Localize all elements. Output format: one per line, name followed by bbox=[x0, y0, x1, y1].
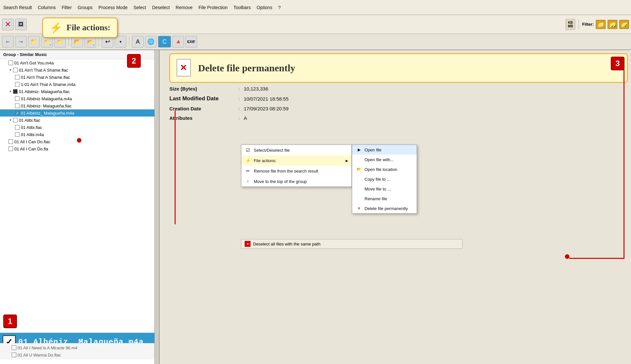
undo-dropdown[interactable]: ▼ bbox=[115, 36, 126, 48]
tree-item-7[interactable]: 01 Albéniz- Malagueña.flac bbox=[0, 102, 159, 109]
tree-item-13[interactable]: 01 All I Can Do.fla bbox=[0, 145, 159, 152]
checkbox-8[interactable]: ✓ bbox=[15, 111, 20, 115]
file-info: Size (Bytes) : 10,123,336 Last Modified … bbox=[169, 86, 628, 125]
submenu-delete-file[interactable]: ✕ Delete file permanently bbox=[352, 203, 417, 213]
tree-item-label-5: 01 Albéniz- Malagueña.flac bbox=[19, 89, 70, 94]
submenu-arrow: ▶ bbox=[346, 159, 348, 162]
menubar-item-search-result[interactable]: Search Result bbox=[3, 5, 32, 10]
tree-item-8[interactable]: ✓ 01 Albéniz_ Malagueña.m4a bbox=[0, 109, 159, 117]
forward-button[interactable]: → bbox=[15, 36, 27, 48]
checkbox-14[interactable] bbox=[12, 345, 16, 350]
annotation-badge-2: 2 bbox=[127, 54, 141, 68]
submenu-delete-label: Delete file permanently bbox=[365, 206, 408, 211]
separator4 bbox=[129, 37, 129, 47]
filter-single-check-button[interactable]: 📁 ✓ bbox=[619, 20, 629, 29]
tree-item-label-1: 01 Ain't Got You.m4a bbox=[14, 61, 54, 65]
checkbox-5[interactable] bbox=[13, 89, 18, 94]
menubar-item-toolbars[interactable]: Toolbars bbox=[234, 5, 251, 10]
checkbox-1[interactable] bbox=[8, 61, 13, 65]
context-select-deselect[interactable]: ☑ Select/Deselect file bbox=[241, 145, 351, 155]
submenu-rename-file[interactable]: Rename file bbox=[352, 194, 417, 203]
menubar-item-groups[interactable]: Groups bbox=[78, 5, 93, 10]
checkbox-3[interactable] bbox=[15, 75, 20, 79]
close-button[interactable]: ✕ bbox=[2, 19, 14, 30]
copy-icon bbox=[356, 176, 362, 182]
tree-item-5[interactable]: ▼ 01 Albéniz- Malagueña.flac bbox=[0, 88, 159, 95]
tree-item-3[interactable]: 01 Ain't That A Shame.flac bbox=[0, 74, 159, 81]
expand-icon-5[interactable]: ▼ bbox=[8, 90, 12, 93]
checkbox-10[interactable] bbox=[15, 125, 20, 130]
submenu-open-file[interactable]: ▶ Open file bbox=[352, 145, 417, 155]
tree-item-14[interactable]: 01 All I Need Is A Miracle 96.m4 bbox=[3, 344, 156, 351]
tree-item-10[interactable]: 01 Alibi.flac bbox=[0, 124, 159, 131]
submenu-open-location[interactable]: 📂 Open file location bbox=[352, 164, 417, 174]
expand-icon-2[interactable]: ▼ bbox=[8, 68, 12, 72]
tree-item-label-4: 1-01 Ain't That A Shame.m4a bbox=[21, 82, 76, 87]
checkbox-11[interactable] bbox=[15, 132, 20, 137]
menubar-item-deselect[interactable]: Deselect bbox=[152, 5, 170, 10]
open-location-icon: 📂 bbox=[356, 166, 362, 172]
menubar: Search Result Columns Filter Groups Proc… bbox=[0, 0, 631, 15]
context-move-top[interactable]: ↑ Move to the top of the group bbox=[241, 176, 351, 187]
deselect-all-bar[interactable]: ✕ Deselect all files with the same path bbox=[241, 239, 463, 249]
checkbox-2[interactable] bbox=[13, 68, 18, 72]
menubar-item-filter[interactable]: Filter bbox=[62, 5, 72, 10]
context-remove-file[interactable]: ✂ Remove file from the search result bbox=[241, 166, 351, 176]
checkbox-7[interactable] bbox=[15, 104, 20, 108]
submenu-move-file[interactable]: Move file to ... bbox=[352, 184, 417, 194]
menubar-item-file-protection[interactable]: File Protection bbox=[198, 5, 227, 10]
submenu-copy-file[interactable]: Copy file to ... bbox=[352, 174, 417, 184]
size-value: 10,123,336 bbox=[244, 86, 268, 91]
filter-label: Filter: bbox=[582, 22, 594, 27]
file-info-creation-row: Creation Date : 17/09/2023 08:20:59 bbox=[169, 106, 628, 111]
menubar-item-options[interactable]: Options bbox=[257, 5, 272, 10]
file-info-size-row: Size (Bytes) : 10,123,336 bbox=[169, 86, 628, 91]
cone-button[interactable]: 🔺 bbox=[172, 36, 184, 48]
tree-item-9[interactable]: ▼ 01 Alibi.flac bbox=[0, 117, 159, 124]
scrollbar[interactable] bbox=[154, 50, 159, 364]
lightning-icon: ⚡ bbox=[50, 21, 63, 34]
rename-icon bbox=[356, 196, 362, 202]
expand-icon-9[interactable]: ▼ bbox=[8, 118, 12, 122]
delete-file-box: ✕ Delete file permanently bbox=[169, 53, 628, 83]
tree-item-6[interactable]: 01 Albéniz Malagueña.m4a bbox=[0, 95, 159, 102]
file-actions-label: File actions: bbox=[66, 23, 110, 33]
menubar-item-select[interactable]: Select bbox=[134, 5, 146, 10]
context-menu: ☑ Select/Deselect file ⚡ File actions: ▶… bbox=[241, 145, 352, 187]
filter-check-button[interactable]: 📁 ✓✓ bbox=[608, 20, 617, 29]
tree-item-11[interactable]: 01 Alibi.m4a bbox=[0, 131, 159, 138]
text-button[interactable]: A bbox=[132, 36, 144, 48]
checkbox-4[interactable] bbox=[15, 82, 20, 87]
tree-item-15[interactable]: 01 All U Wanna Do.flac bbox=[3, 351, 156, 358]
kb-mb-button[interactable]: KB MB bbox=[566, 19, 575, 30]
back-button[interactable]: ← bbox=[2, 36, 14, 48]
toolbar-1: ✕ 🖼 ⚡ File actions: 2 KB MB Filter: 📁 📁 … bbox=[0, 15, 631, 34]
menubar-item-process-mode[interactable]: Process Mode bbox=[98, 5, 127, 10]
checkbox-13[interactable] bbox=[8, 147, 13, 151]
filter-all-button[interactable]: 📁 bbox=[596, 20, 606, 29]
checkbox-9[interactable] bbox=[13, 118, 18, 122]
exif-button[interactable]: EXIF bbox=[185, 36, 197, 48]
menubar-item-help[interactable]: ? bbox=[278, 5, 281, 10]
context-file-actions[interactable]: ⚡ File actions: ▶ bbox=[241, 155, 351, 166]
attributes-label: Attributes bbox=[169, 115, 235, 121]
open-with-icon bbox=[356, 157, 362, 162]
checkbox-15[interactable] bbox=[12, 353, 16, 357]
checkbox-6[interactable] bbox=[15, 96, 20, 101]
tree-item-label-15: 01 All U Wanna Do.flac bbox=[18, 353, 61, 357]
submenu-copy-label: Copy file to ... bbox=[365, 177, 390, 182]
menubar-item-columns[interactable]: Columns bbox=[38, 5, 56, 10]
submenu-open-with[interactable]: Open file with... bbox=[352, 155, 417, 164]
folder-button[interactable]: 📁 bbox=[28, 36, 40, 48]
menubar-item-remove[interactable]: Remove bbox=[176, 5, 193, 10]
tree-item-4[interactable]: 1-01 Ain't That A Shame.m4a bbox=[0, 81, 159, 88]
creation-sep: : bbox=[238, 106, 240, 111]
modified-label: Last Modified Date bbox=[169, 95, 235, 102]
thumb-view-button[interactable]: 🖼 bbox=[15, 19, 27, 30]
tree-item-label-3: 01 Ain't That A Shame.flac bbox=[21, 75, 70, 80]
c-button[interactable]: C bbox=[158, 36, 171, 48]
submenu-open-with-label: Open file with... bbox=[365, 157, 394, 162]
checkbox-12[interactable] bbox=[8, 139, 13, 144]
file-actions-context-icon: ⚡ bbox=[245, 157, 251, 164]
ie-button[interactable]: 🌐 bbox=[145, 36, 157, 48]
